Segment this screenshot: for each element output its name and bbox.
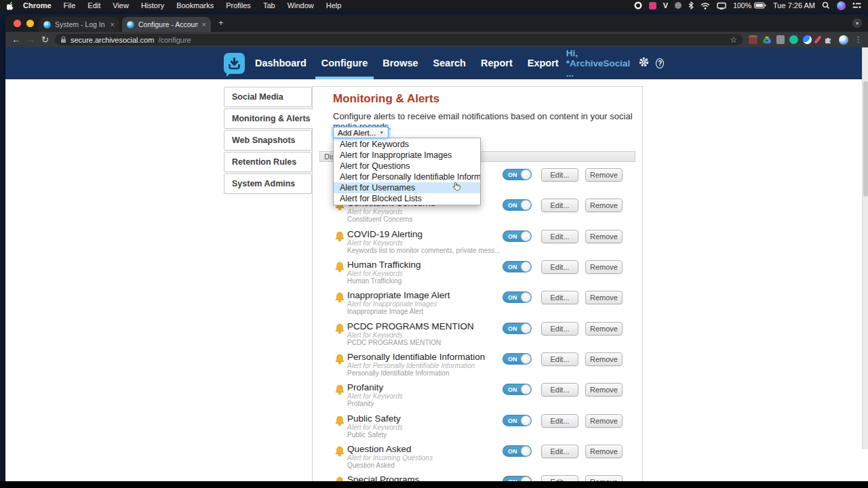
browser-tab-configure[interactable]: Configure - Account Owners a × <box>122 17 211 32</box>
remove-alert-button[interactable]: Remove <box>585 168 623 182</box>
alert-enabled-toggle[interactable]: ON <box>502 169 532 180</box>
drive-icon[interactable] <box>762 36 772 44</box>
close-window-button[interactable] <box>14 20 21 27</box>
display-icon[interactable] <box>717 2 726 9</box>
minimize-window-button[interactable] <box>26 20 34 27</box>
remove-alert-button[interactable]: Remove <box>585 383 623 396</box>
sidebar-item-retention-rules[interactable]: Retention Rules <box>224 152 312 172</box>
toggle-knob[interactable] <box>521 231 531 241</box>
user-greeting[interactable]: Hi, *ArchiveSocial ... <box>566 48 633 79</box>
profile-avatar[interactable] <box>839 35 848 45</box>
address-bar[interactable]: secure.archivesocial.com/configure ☆ <box>55 34 743 45</box>
gear-icon[interactable] <box>638 56 650 70</box>
back-button[interactable]: ← <box>12 35 20 44</box>
alert-enabled-toggle[interactable]: ON <box>502 445 532 457</box>
alert-enabled-toggle[interactable]: ON <box>502 476 532 481</box>
archive-icon[interactable] <box>776 35 785 44</box>
sidebar-item-social-media-accounts[interactable]: Social Media Accounts <box>224 87 312 107</box>
remove-alert-button[interactable]: Remove <box>585 352 623 366</box>
reload-button[interactable]: ↻ <box>41 35 49 44</box>
remove-alert-button[interactable]: Remove <box>585 322 623 336</box>
menu-item-chrome[interactable]: Chrome <box>17 0 58 11</box>
close-tab-icon[interactable]: × <box>202 20 206 28</box>
nav-link-browse[interactable]: Browse <box>375 47 425 79</box>
remove-alert-button[interactable]: Remove <box>585 230 623 243</box>
remove-alert-button[interactable]: Remove <box>585 414 623 428</box>
dropdown-item-alert-for-keywords[interactable]: Alert for Keywords <box>334 139 480 150</box>
bluetooth-icon[interactable] <box>688 1 694 9</box>
scrollbar-thumb[interactable] <box>863 81 868 197</box>
toggle-knob[interactable] <box>521 476 531 481</box>
reading-list-icon[interactable] <box>749 35 757 44</box>
nav-link-report[interactable]: Report <box>473 47 520 79</box>
dropdown-item-alert-for-blocked-lists[interactable]: Alert for Blocked Lists <box>334 193 480 204</box>
toggle-knob[interactable] <box>521 169 531 180</box>
edit-alert-button[interactable]: Edit... <box>541 230 578 243</box>
wifi-icon[interactable] <box>701 2 710 9</box>
menu-item-tab[interactable]: Tab <box>257 0 281 11</box>
toggle-knob[interactable] <box>521 323 531 333</box>
blue-extension-icon[interactable] <box>803 35 812 44</box>
edit-alert-button[interactable]: Edit... <box>541 352 578 366</box>
apple-icon[interactable] <box>7 1 14 10</box>
toggle-knob[interactable] <box>521 200 531 210</box>
add-alert-select[interactable]: Add Alert... ▼ <box>333 127 389 138</box>
sidebar-item-web-snapshots[interactable]: Web Snapshots <box>224 130 312 150</box>
puzzle-extensions-icon[interactable] <box>824 35 833 44</box>
remove-alert-button[interactable]: Remove <box>585 445 623 458</box>
menu-bar-clock[interactable]: Tue 7:26 AM <box>773 1 815 9</box>
edit-alert-button[interactable]: Edit... <box>541 383 578 396</box>
alert-enabled-toggle[interactable]: ON <box>502 291 532 303</box>
page-scrollbar[interactable] <box>862 47 868 449</box>
remove-alert-button[interactable]: Remove <box>585 260 623 274</box>
help-icon[interactable]: ? <box>656 58 664 68</box>
sidebar-item-system-admins[interactable]: System Admins <box>224 174 312 194</box>
toggle-knob[interactable] <box>521 262 531 272</box>
app-icon-magenta[interactable] <box>649 2 656 9</box>
spotlight-icon[interactable] <box>822 1 830 9</box>
record-icon[interactable] <box>634 1 642 9</box>
toggle-knob[interactable] <box>521 446 531 456</box>
alert-enabled-toggle[interactable]: ON <box>502 261 532 272</box>
battery-status[interactable]: 100% <box>733 1 766 9</box>
sidebar-item-monitoring-alerts[interactable]: Monitoring & Alerts <box>224 108 313 129</box>
toggle-knob[interactable] <box>521 292 531 302</box>
edit-alert-button[interactable]: Edit... <box>541 475 578 481</box>
edit-alert-button[interactable]: Edit... <box>541 291 578 304</box>
remove-alert-button[interactable]: Remove <box>585 475 623 481</box>
edit-alert-button[interactable]: Edit... <box>541 168 578 182</box>
alert-enabled-toggle[interactable]: ON <box>502 353 532 365</box>
remove-alert-button[interactable]: Remove <box>585 291 623 304</box>
siri-icon[interactable] <box>837 1 846 10</box>
alert-enabled-toggle[interactable]: ON <box>502 230 532 242</box>
browser-tab-system-login[interactable]: System - Log In | ArchiveSocia × <box>39 17 119 32</box>
forward-button[interactable]: → <box>26 35 35 44</box>
close-tab-icon[interactable]: × <box>111 20 115 28</box>
dropdown-item-alert-for-inappropriate-images[interactable]: Alert for Inappropriate Images <box>334 150 480 161</box>
v-app-icon[interactable]: V <box>663 1 668 9</box>
control-center-icon[interactable] <box>852 2 861 9</box>
edit-alert-button[interactable]: Edit... <box>541 445 578 458</box>
nav-link-dashboard[interactable]: Dashboard <box>248 47 314 79</box>
dot-icon[interactable] <box>675 2 682 9</box>
edit-alert-button[interactable]: Edit... <box>541 322 578 336</box>
red-extension-icon[interactable] <box>816 35 819 44</box>
dropdown-item-alert-for-questions[interactable]: Alert for Questions <box>334 161 480 171</box>
menu-item-window[interactable]: Window <box>281 0 320 11</box>
archivesocial-logo[interactable] <box>224 53 245 74</box>
remove-alert-button[interactable]: Remove <box>585 199 623 212</box>
bookmark-star-icon[interactable]: ☆ <box>730 35 737 45</box>
nav-link-search[interactable]: Search <box>426 47 473 79</box>
tab-search-button[interactable]: ▾ <box>852 18 862 28</box>
menu-item-bookmarks[interactable]: Bookmarks <box>170 0 220 11</box>
alert-enabled-toggle[interactable]: ON <box>502 415 532 426</box>
edit-alert-button[interactable]: Edit... <box>541 260 578 274</box>
nav-link-export[interactable]: Export <box>520 47 566 79</box>
new-tab-button[interactable]: + <box>218 18 224 28</box>
menu-item-history[interactable]: History <box>135 0 170 11</box>
menu-item-profiles[interactable]: Profiles <box>220 0 257 11</box>
alert-enabled-toggle[interactable]: ON <box>502 384 532 395</box>
menu-item-file[interactable]: File <box>58 0 82 11</box>
nav-link-configure[interactable]: Configure <box>314 47 375 79</box>
menu-item-help[interactable]: Help <box>320 0 348 11</box>
